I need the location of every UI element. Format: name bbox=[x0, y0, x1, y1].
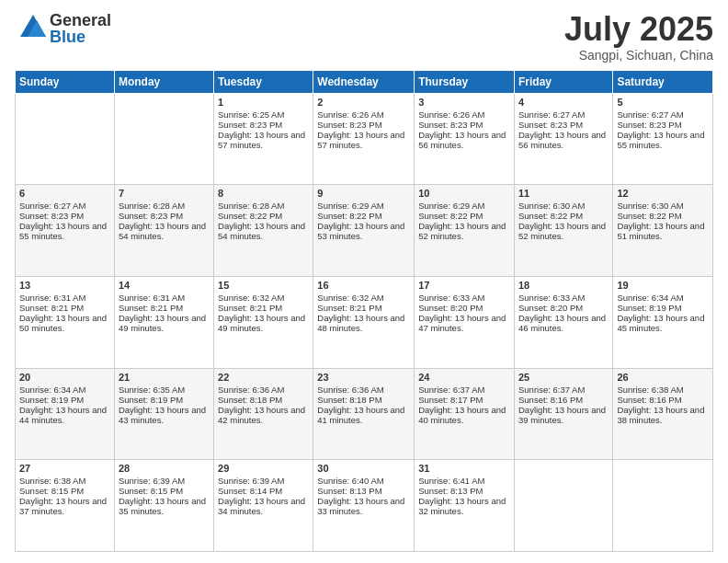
sunset: Sunset: 8:22 PM bbox=[418, 211, 483, 221]
daylight: Daylight: 13 hours and 32 minutes. bbox=[418, 496, 506, 516]
sunset: Sunset: 8:22 PM bbox=[617, 211, 681, 221]
header-sunday: Sunday bbox=[16, 70, 115, 93]
day-cell-4-5 bbox=[514, 460, 612, 552]
day-number: 4 bbox=[518, 97, 609, 108]
week-row-1: 1 Sunrise: 6:25 AM Sunset: 8:23 PM Dayli… bbox=[16, 93, 713, 185]
sunrise: Sunrise: 6:27 AM bbox=[518, 109, 585, 120]
daylight: Daylight: 13 hours and 42 minutes. bbox=[218, 405, 305, 425]
sunrise: Sunrise: 6:33 AM bbox=[518, 293, 585, 303]
logo-blue-text: Blue bbox=[50, 29, 111, 45]
day-number: 31 bbox=[418, 463, 510, 474]
day-number: 2 bbox=[317, 97, 410, 108]
logo-icon bbox=[15, 11, 50, 46]
day-cell-3-5: 25 Sunrise: 6:37 AM Sunset: 8:16 PM Dayl… bbox=[514, 368, 612, 460]
daylight: Daylight: 13 hours and 57 minutes. bbox=[218, 130, 305, 150]
logo: General Blue bbox=[15, 11, 111, 46]
day-cell-2-3: 16 Sunrise: 6:32 AM Sunset: 8:21 PM Dayl… bbox=[313, 276, 415, 368]
daylight: Daylight: 13 hours and 51 minutes. bbox=[617, 221, 704, 241]
sunset: Sunset: 8:19 PM bbox=[617, 303, 681, 313]
weekday-header-row: Sunday Monday Tuesday Wednesday Thursday… bbox=[16, 70, 713, 93]
day-cell-1-1: 7 Sunrise: 6:28 AM Sunset: 8:23 PM Dayli… bbox=[114, 185, 213, 277]
sunrise: Sunrise: 6:27 AM bbox=[19, 201, 85, 211]
day-number: 5 bbox=[617, 97, 709, 108]
day-number: 27 bbox=[19, 463, 110, 474]
day-number: 15 bbox=[218, 280, 309, 291]
day-cell-2-6: 19 Sunrise: 6:34 AM Sunset: 8:19 PM Dayl… bbox=[613, 276, 713, 368]
header-thursday: Thursday bbox=[415, 70, 515, 93]
day-cell-3-0: 20 Sunrise: 6:34 AM Sunset: 8:19 PM Dayl… bbox=[16, 368, 115, 460]
sunset: Sunset: 8:23 PM bbox=[19, 211, 84, 221]
sunset: Sunset: 8:23 PM bbox=[119, 211, 183, 221]
daylight: Daylight: 13 hours and 35 minutes. bbox=[119, 496, 206, 516]
daylight: Daylight: 13 hours and 44 minutes. bbox=[19, 405, 107, 425]
day-number: 13 bbox=[19, 280, 110, 291]
day-cell-4-0: 27 Sunrise: 6:38 AM Sunset: 8:15 PM Dayl… bbox=[16, 460, 115, 552]
sunrise: Sunrise: 6:26 AM bbox=[418, 109, 484, 120]
daylight: Daylight: 13 hours and 55 minutes. bbox=[617, 130, 704, 150]
day-cell-0-4: 3 Sunrise: 6:26 AM Sunset: 8:23 PM Dayli… bbox=[415, 93, 515, 185]
daylight: Daylight: 13 hours and 45 minutes. bbox=[617, 313, 704, 333]
day-number: 23 bbox=[317, 372, 410, 383]
day-number: 17 bbox=[418, 280, 510, 291]
sunset: Sunset: 8:15 PM bbox=[19, 486, 84, 496]
day-cell-0-0 bbox=[16, 93, 115, 185]
sunrise: Sunrise: 6:31 AM bbox=[19, 293, 85, 303]
day-number: 30 bbox=[317, 463, 410, 474]
day-number: 16 bbox=[317, 280, 410, 291]
sunrise: Sunrise: 6:38 AM bbox=[19, 476, 85, 486]
sunset: Sunset: 8:16 PM bbox=[617, 395, 681, 405]
sunrise: Sunrise: 6:26 AM bbox=[317, 109, 383, 120]
location: Sangpi, Sichuan, China bbox=[564, 48, 713, 63]
header-tuesday: Tuesday bbox=[214, 70, 313, 93]
sunrise: Sunrise: 6:30 AM bbox=[518, 201, 585, 211]
day-cell-4-4: 31 Sunrise: 6:41 AM Sunset: 8:13 PM Dayl… bbox=[415, 460, 515, 552]
daylight: Daylight: 13 hours and 48 minutes. bbox=[317, 313, 404, 333]
day-cell-1-2: 8 Sunrise: 6:28 AM Sunset: 8:22 PM Dayli… bbox=[214, 185, 313, 277]
header-friday: Friday bbox=[514, 70, 612, 93]
sunrise: Sunrise: 6:28 AM bbox=[218, 201, 284, 211]
day-cell-1-0: 6 Sunrise: 6:27 AM Sunset: 8:23 PM Dayli… bbox=[16, 185, 115, 277]
sunrise: Sunrise: 6:37 AM bbox=[418, 385, 484, 395]
day-number: 6 bbox=[19, 188, 110, 199]
sunset: Sunset: 8:21 PM bbox=[317, 303, 381, 313]
sunset: Sunset: 8:15 PM bbox=[119, 486, 183, 496]
daylight: Daylight: 13 hours and 47 minutes. bbox=[418, 313, 506, 333]
sunset: Sunset: 8:21 PM bbox=[218, 303, 282, 313]
sunset: Sunset: 8:23 PM bbox=[518, 120, 583, 130]
sunrise: Sunrise: 6:41 AM bbox=[418, 476, 484, 486]
day-cell-4-6 bbox=[613, 460, 713, 552]
daylight: Daylight: 13 hours and 49 minutes. bbox=[218, 313, 305, 333]
sunrise: Sunrise: 6:32 AM bbox=[317, 293, 383, 303]
day-cell-1-3: 9 Sunrise: 6:29 AM Sunset: 8:22 PM Dayli… bbox=[313, 185, 415, 277]
sunset: Sunset: 8:18 PM bbox=[218, 395, 282, 405]
title-block: July 2025 Sangpi, Sichuan, China bbox=[564, 11, 713, 63]
day-number: 9 bbox=[317, 188, 410, 199]
day-cell-2-0: 13 Sunrise: 6:31 AM Sunset: 8:21 PM Dayl… bbox=[16, 276, 115, 368]
daylight: Daylight: 13 hours and 34 minutes. bbox=[218, 496, 305, 516]
sunset: Sunset: 8:14 PM bbox=[218, 486, 282, 496]
day-number: 3 bbox=[418, 97, 510, 108]
sunrise: Sunrise: 6:36 AM bbox=[218, 385, 284, 395]
sunrise: Sunrise: 6:33 AM bbox=[418, 293, 484, 303]
daylight: Daylight: 13 hours and 52 minutes. bbox=[418, 221, 506, 241]
day-number: 21 bbox=[119, 372, 210, 383]
day-cell-3-6: 26 Sunrise: 6:38 AM Sunset: 8:16 PM Dayl… bbox=[613, 368, 713, 460]
sunrise: Sunrise: 6:35 AM bbox=[119, 385, 185, 395]
sunrise: Sunrise: 6:32 AM bbox=[218, 293, 284, 303]
day-cell-0-5: 4 Sunrise: 6:27 AM Sunset: 8:23 PM Dayli… bbox=[514, 93, 612, 185]
sunrise: Sunrise: 6:29 AM bbox=[418, 201, 484, 211]
day-cell-1-6: 12 Sunrise: 6:30 AM Sunset: 8:22 PM Dayl… bbox=[613, 185, 713, 277]
day-number: 22 bbox=[218, 372, 309, 383]
sunrise: Sunrise: 6:28 AM bbox=[119, 201, 185, 211]
sunrise: Sunrise: 6:34 AM bbox=[617, 293, 683, 303]
sunrise: Sunrise: 6:30 AM bbox=[617, 201, 683, 211]
week-row-2: 6 Sunrise: 6:27 AM Sunset: 8:23 PM Dayli… bbox=[16, 185, 713, 277]
sunset: Sunset: 8:19 PM bbox=[119, 395, 183, 405]
day-cell-1-4: 10 Sunrise: 6:29 AM Sunset: 8:22 PM Dayl… bbox=[415, 185, 515, 277]
day-number: 12 bbox=[617, 188, 709, 199]
daylight: Daylight: 13 hours and 46 minutes. bbox=[518, 313, 606, 333]
sunset: Sunset: 8:22 PM bbox=[518, 211, 583, 221]
sunrise: Sunrise: 6:37 AM bbox=[518, 385, 585, 395]
sunset: Sunset: 8:23 PM bbox=[617, 120, 681, 130]
day-number: 29 bbox=[218, 463, 309, 474]
